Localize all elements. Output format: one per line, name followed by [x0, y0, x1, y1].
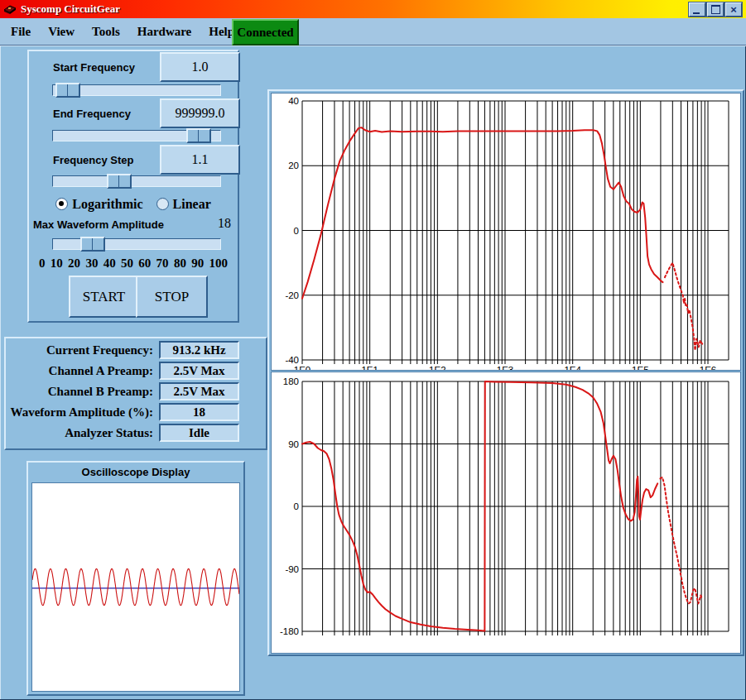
start-frequency-slider[interactable] [52, 84, 221, 96]
status-row: Waveform Amplitude (%):18 [6, 403, 266, 421]
status-row: Channel A Preamp:2.5V Max [6, 362, 266, 380]
y-tick-label: -40 [285, 355, 299, 365]
scale-tick-100: 100 [209, 257, 228, 271]
frequency-step-slider[interactable] [52, 175, 221, 187]
menu-item-tools[interactable]: Tools [89, 25, 123, 39]
sweep-mode-radios: LogarithmicLinear [29, 197, 238, 212]
max-waveform-amplitude-value: 18 [208, 216, 241, 231]
end-frequency-label: End Frequency [53, 108, 131, 120]
app-window: Syscomp CircuitGear × FileViewToolsHardw… [0, 0, 746, 700]
maximize-button[interactable] [707, 2, 724, 17]
scale-tick-30: 30 [85, 257, 98, 271]
x-tick-label: 1E6 [700, 365, 716, 371]
end-frequency-slider[interactable] [52, 130, 221, 141]
menu-items: FileViewToolsHardwareHelp [8, 18, 237, 45]
status-label-3: Waveform Amplitude (%): [6, 405, 159, 420]
amplitude-slider[interactable] [52, 238, 221, 250]
y-tick-label: -90 [285, 564, 299, 574]
trace-solid [302, 127, 663, 299]
scale-tick-20: 20 [68, 257, 80, 271]
status-row: Current Frequency:913.2 kHz [6, 341, 266, 359]
amplitude-scale-ticks: 0102030405060708090100 [39, 257, 228, 271]
sweep-mode-option-logarithmic: Logarithmic [55, 197, 142, 212]
status-label-0: Current Frequency: [6, 343, 159, 357]
start-frequency-label: Start Frequency [53, 61, 135, 74]
maximize-icon [711, 5, 720, 14]
menu-item-file[interactable]: File [8, 25, 33, 39]
oscilloscope-panel: Oscilloscope Display [26, 461, 245, 696]
status-row: Analyzer Status:Idle [6, 424, 266, 442]
max-waveform-amplitude-label: Max Waveform Amplitude [33, 218, 164, 231]
oscilloscope-title: Oscilloscope Display [28, 466, 243, 478]
status-value-3: 18 [159, 403, 239, 421]
x-tick-label: 1E2 [429, 365, 445, 371]
status-value-1: 2.5V Max [159, 362, 239, 380]
end-frequency-value: 999999.0 [160, 98, 240, 128]
title-bar[interactable]: Syscomp CircuitGear × [0, 0, 746, 18]
y-tick-label: 90 [288, 439, 299, 449]
status-value-2: 2.5V Max [159, 382, 239, 400]
sweep-controls-panel: Start Frequency 1.0 End Frequency 999999… [27, 50, 239, 323]
radio-label-logarithmic: Logarithmic [72, 197, 142, 211]
radio-logarithmic-selected[interactable] [55, 198, 68, 210]
scale-tick-80: 80 [174, 257, 186, 271]
scope-channel-a-trace [32, 568, 239, 605]
stop-button[interactable]: STOP [136, 276, 208, 318]
y-tick-label: 0 [294, 226, 299, 236]
status-rows: Current Frequency:913.2 kHzChannel A Pre… [6, 341, 266, 442]
status-panel: Current Frequency:913.2 kHzChannel A Pre… [4, 337, 267, 450]
phase-plot-canvas: 180900-90-180 [271, 372, 741, 654]
scale-tick-50: 50 [121, 257, 133, 271]
scale-tick-70: 70 [156, 257, 169, 271]
frequency-step-value: 1.1 [160, 145, 240, 175]
minimize-button[interactable] [689, 2, 705, 17]
x-tick-label: 1E1 [361, 365, 378, 371]
y-tick-label: -180 [280, 626, 299, 636]
scale-tick-90: 90 [191, 257, 204, 271]
frequency-step-label: Frequency Step [53, 154, 134, 166]
frequency-step-slider-thumb[interactable] [107, 174, 132, 189]
window-title: Syscomp CircuitGear [21, 2, 120, 16]
status-value-4: Idle [159, 424, 239, 442]
x-tick-label: 1E3 [497, 365, 513, 371]
menu-item-view[interactable]: View [46, 25, 77, 39]
app-icon [3, 2, 17, 16]
close-icon: × [730, 4, 737, 15]
start-button[interactable]: START [69, 276, 139, 318]
y-tick-label: 40 [288, 96, 299, 106]
close-button[interactable]: × [725, 2, 742, 17]
status-row: Channel B Preamp:2.5V Max [6, 382, 266, 400]
start-frequency-slider-thumb[interactable] [55, 83, 80, 98]
menu-item-hardware[interactable]: Hardware [135, 25, 195, 39]
y-tick-label: 0 [294, 501, 299, 511]
amplitude-slider-thumb[interactable] [80, 237, 105, 252]
oscilloscope-canvas [31, 482, 240, 692]
bode-plots-panel: 40200-20-401E01E11E21E31E41E51E6 180900-… [267, 89, 744, 656]
status-value-0: 913.2 kHz [159, 341, 239, 359]
radio-label-linear: Linear [173, 197, 211, 211]
x-tick-label: 1E0 [294, 365, 310, 371]
sweep-mode-option-linear: Linear [156, 197, 211, 212]
menu-bar: FileViewToolsHardwareHelp Connected [0, 18, 746, 46]
connected-status-button[interactable]: Connected [232, 19, 299, 46]
radio-linear[interactable] [156, 198, 169, 210]
y-tick-label: 180 [283, 376, 299, 386]
x-tick-label: 1E4 [564, 365, 581, 371]
window-controls: × [689, 2, 742, 17]
status-label-1: Channel A Preamp: [6, 364, 159, 378]
status-label-4: Analyzer Status: [6, 426, 159, 440]
trace-dotted [665, 263, 704, 351]
start-frequency-value: 1.0 [160, 52, 240, 82]
scale-tick-10: 10 [51, 257, 63, 271]
scale-tick-0: 0 [39, 257, 46, 271]
y-tick-label: -20 [285, 290, 299, 300]
status-label-2: Channel B Preamp: [6, 385, 159, 399]
scale-tick-60: 60 [138, 257, 151, 271]
minimize-icon [693, 12, 700, 14]
y-tick-label: 20 [288, 161, 299, 170]
end-frequency-slider-thumb[interactable] [186, 128, 211, 143]
scale-tick-40: 40 [103, 257, 116, 271]
magnitude-plot-canvas: 40200-20-401E01E11E21E31E41E51E6 [271, 93, 741, 371]
x-tick-label: 1E5 [632, 365, 648, 371]
